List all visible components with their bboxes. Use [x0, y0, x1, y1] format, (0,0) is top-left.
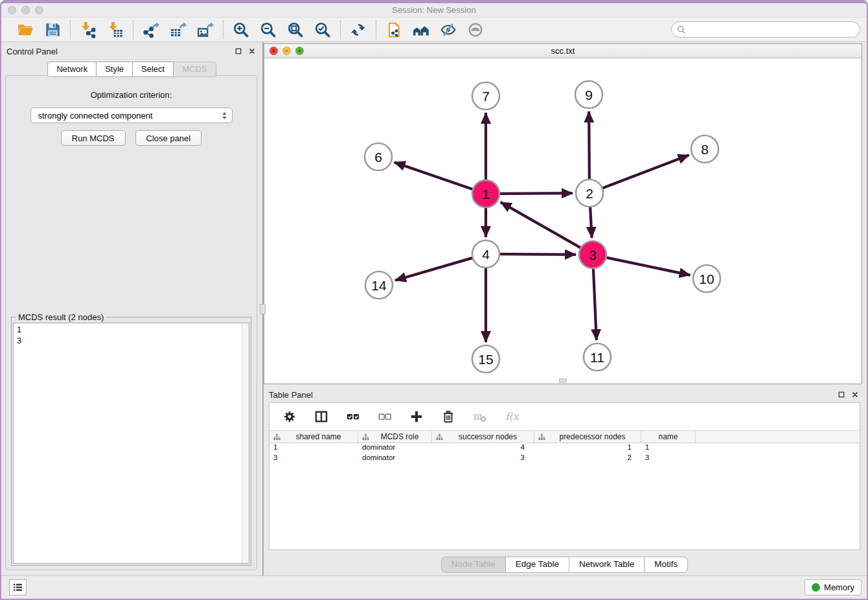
edge-3-1[interactable] [501, 202, 581, 248]
edge-1-6[interactable] [394, 162, 474, 189]
edge-3-11[interactable] [593, 268, 597, 340]
column-header-shared-name[interactable]: shared name [269, 431, 358, 443]
task-history-button[interactable] [9, 579, 27, 595]
edge-2-3[interactable] [590, 207, 592, 238]
network-resize-grip[interactable] [559, 378, 567, 383]
network-from-selection-icon[interactable] [384, 20, 404, 40]
main-toolbar [1, 17, 867, 42]
node-9[interactable]: 9 [575, 81, 602, 108]
cell-predecessor-nodes[interactable]: 2 [534, 454, 641, 464]
tab-style[interactable]: Style [97, 62, 133, 77]
network-canvas[interactable]: 7968124314101511 [264, 58, 862, 384]
node-15[interactable]: 15 [472, 345, 499, 373]
cell-MCDS-role[interactable]: dominator [358, 443, 432, 454]
export-table-icon[interactable] [168, 20, 188, 40]
function-builder-icon: f(x) [502, 407, 521, 426]
table-row[interactable]: 1dominator411 [269, 443, 860, 454]
node-10[interactable]: 10 [693, 265, 720, 292]
column-header-predecessor-nodes[interactable]: predecessor nodes [534, 431, 641, 443]
export-network-icon[interactable] [141, 20, 161, 40]
node-14[interactable]: 14 [365, 271, 393, 299]
network-graph[interactable]: 7968124314101511 [264, 58, 862, 384]
run-mcds-button[interactable]: Run MCDS [61, 130, 126, 146]
node-1[interactable]: 1 [472, 180, 499, 207]
table-panel: Table Panel f(x) shared nameMCDS rolesuc… [264, 386, 865, 575]
float-table-panel-icon[interactable] [838, 391, 845, 398]
svg-text:9: 9 [585, 87, 593, 102]
tab-motifs[interactable]: Motifs [645, 557, 688, 573]
node-2[interactable]: 2 [576, 179, 603, 207]
column-header-successor-nodes[interactable]: successor nodes [432, 431, 534, 443]
column-type-icon [436, 433, 443, 441]
table-panel-title: Table Panel [269, 390, 313, 400]
tab-select[interactable]: Select [133, 62, 174, 77]
column-header-name[interactable]: name [641, 431, 696, 443]
splitter-grip[interactable] [260, 304, 266, 314]
zoom-fit-icon[interactable] [286, 20, 305, 40]
node-11[interactable]: 11 [584, 343, 611, 371]
edge-2-9[interactable] [589, 111, 589, 179]
split-panel-icon[interactable] [312, 407, 331, 426]
import-table-icon[interactable] [106, 20, 125, 40]
save-session-icon[interactable] [43, 20, 62, 40]
hide-details-icon[interactable] [439, 20, 458, 40]
open-folder-icon[interactable] [16, 20, 35, 40]
optimization-criterion-dropdown[interactable]: strongly connected component [30, 108, 233, 123]
close-table-panel-icon[interactable] [851, 391, 859, 398]
delete-column-icon[interactable] [439, 407, 458, 426]
export-image-icon[interactable] [196, 20, 215, 40]
search-field[interactable] [671, 21, 860, 38]
close-panel-button[interactable]: Close panel [135, 130, 202, 146]
cell-predecessor-nodes[interactable]: 1 [534, 443, 641, 454]
svg-text:7: 7 [482, 89, 490, 104]
table-row[interactable]: 3dominator323 [269, 454, 860, 464]
edge-1-2[interactable] [499, 193, 573, 194]
svg-text:f(x): f(x) [505, 411, 519, 422]
table-tabs: Node TableEdge TableNetwork TableMotifs [264, 557, 865, 573]
zoom-selected-icon[interactable] [313, 20, 332, 40]
mcds-result-text[interactable]: 13 [13, 323, 249, 564]
edge-3-10[interactable] [606, 257, 691, 275]
zoom-out-icon[interactable] [258, 20, 278, 40]
edge-4-3[interactable] [499, 254, 576, 255]
import-network-icon[interactable] [78, 20, 98, 40]
cell-shared-name[interactable]: 1 [269, 443, 358, 454]
cell-successor-nodes[interactable]: 3 [432, 454, 534, 464]
cell-name[interactable]: 3 [641, 454, 696, 464]
close-panel-icon[interactable] [248, 47, 256, 55]
column-header-MCDS-role[interactable]: MCDS role [358, 431, 432, 443]
node-3[interactable]: 3 [579, 241, 606, 268]
mcds-result-legend: MCDS result (2 nodes) [16, 312, 106, 322]
search-input[interactable] [689, 25, 854, 35]
add-column-icon[interactable] [407, 407, 426, 426]
deselect-all-columns-icon[interactable] [375, 407, 394, 426]
float-panel-icon[interactable] [234, 47, 242, 55]
edge-2-8[interactable] [602, 155, 689, 188]
tab-edge-table[interactable]: Edge Table [506, 557, 569, 573]
delete-table-icon [470, 407, 490, 426]
node-6[interactable]: 6 [365, 143, 392, 170]
tab-network-table[interactable]: Network Table [569, 557, 645, 573]
column-type-icon [538, 433, 545, 441]
tab-network[interactable]: Network [47, 62, 97, 77]
svg-text:2: 2 [586, 186, 593, 201]
cell-MCDS-role[interactable]: dominator [358, 454, 432, 464]
cell-name[interactable]: 1 [641, 443, 696, 454]
memory-button[interactable]: Memory [805, 579, 862, 595]
refresh-icon[interactable] [348, 20, 368, 40]
node-4[interactable]: 4 [472, 240, 499, 268]
cell-successor-nodes[interactable]: 4 [432, 443, 534, 454]
node-8[interactable]: 8 [691, 135, 718, 163]
tab-node-table[interactable]: Node Table [441, 557, 506, 573]
tab-mcds[interactable]: MCDS [174, 62, 216, 77]
mcds-result-value: 1 [17, 324, 246, 335]
cell-shared-name[interactable]: 3 [269, 454, 358, 464]
node-7[interactable]: 7 [472, 82, 499, 110]
table-settings-icon[interactable] [280, 407, 299, 426]
select-all-columns-icon[interactable] [343, 407, 363, 426]
home-icon[interactable] [411, 20, 431, 40]
network-view-window: × − + scc.txt 7968124314101511 [264, 43, 862, 384]
zoom-in-icon[interactable] [231, 20, 251, 40]
result-scrollbar[interactable] [242, 323, 249, 563]
edge-4-14[interactable] [395, 258, 473, 281]
